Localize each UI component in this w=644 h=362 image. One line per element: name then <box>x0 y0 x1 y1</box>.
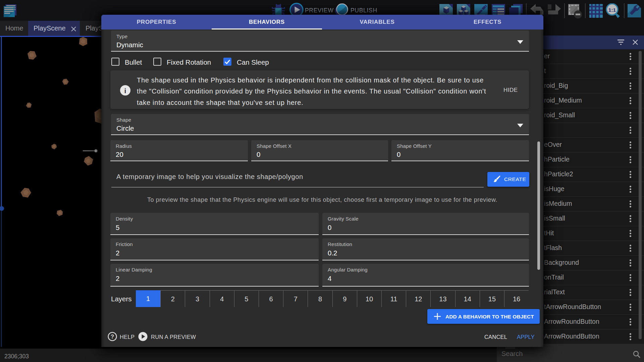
svg-text:?: ? <box>111 334 114 340</box>
svg-text:1:1: 1:1 <box>608 7 616 13</box>
